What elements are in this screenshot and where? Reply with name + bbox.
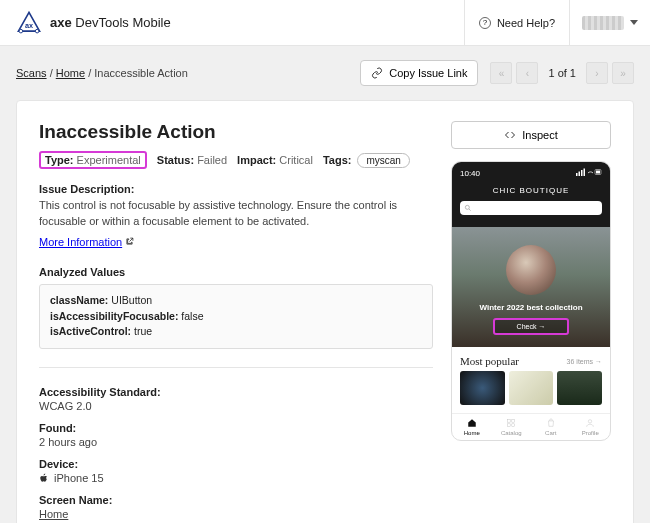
svg-rect-5: [579, 172, 581, 177]
screen-name-link[interactable]: Home: [39, 508, 68, 520]
pager-last-button[interactable]: »: [612, 62, 634, 84]
preview-search: [460, 201, 602, 215]
preview-tab-home: Home: [452, 418, 492, 436]
screen-name: Screen Name: Home: [39, 494, 433, 520]
svg-rect-9: [596, 171, 600, 174]
preview-time: 10:40: [460, 169, 480, 178]
svg-point-10: [465, 205, 469, 209]
issue-side: Inspect 10:40 CHIC BOUTIQUE Winter 2022 …: [451, 121, 611, 523]
home-icon: [467, 418, 477, 428]
issue-status: Status: Failed: [157, 154, 227, 166]
user-icon: [585, 418, 595, 428]
brand-light: DevTools Mobile: [72, 15, 171, 30]
copy-issue-link-button[interactable]: Copy Issue Link: [360, 60, 478, 86]
issue-impact: Impact: Critical: [237, 154, 313, 166]
svg-point-1: [19, 29, 23, 33]
preview-popular-count: 36 items →: [567, 358, 602, 365]
svg-rect-14: [508, 424, 511, 427]
axe-logo-icon: ax: [16, 10, 42, 36]
preview-thumb: [460, 371, 505, 405]
svg-rect-13: [512, 419, 515, 422]
brand-strong: axe: [50, 15, 72, 30]
issue-description-text: This control is not focusable by assisti…: [39, 198, 433, 230]
issue-main: Inaccessible Action Type: Experimental S…: [39, 121, 433, 523]
found-time: Found: 2 hours ago: [39, 422, 433, 448]
grid-icon: [506, 418, 516, 428]
link-icon: [371, 67, 383, 79]
chevron-down-icon: [630, 20, 638, 25]
svg-rect-15: [512, 424, 515, 427]
preview-thumbnails: [452, 371, 610, 413]
svg-line-11: [469, 209, 471, 211]
search-icon: [464, 204, 472, 212]
issue-meta-row: Type: Experimental Status: Failed Impact…: [39, 151, 433, 169]
brand-block: ax axe DevTools Mobile: [0, 10, 187, 36]
preview-tab-catalog: Catalog: [492, 418, 532, 436]
preview-popular-title: Most popular: [460, 355, 519, 367]
user-menu[interactable]: [569, 0, 650, 45]
code-icon: [504, 129, 516, 141]
pager-prev-button[interactable]: ‹: [516, 62, 538, 84]
svg-rect-6: [581, 170, 583, 176]
svg-point-2: [35, 29, 39, 33]
top-bar: ax axe DevTools Mobile ? Need Help?: [0, 0, 650, 46]
user-name-obscured: [582, 16, 624, 30]
preview-hero-button-highlighted: Check →: [493, 318, 570, 335]
preview-tab-profile: Profile: [571, 418, 611, 436]
issue-tags: Tags: myscan: [323, 153, 410, 168]
pager-next-button[interactable]: ›: [586, 62, 608, 84]
preview-header: 10:40 CHIC BOUTIQUE: [452, 162, 610, 227]
need-help-link[interactable]: ? Need Help?: [464, 0, 569, 45]
breadcrumb-scans[interactable]: Scans: [16, 67, 47, 79]
help-label: Need Help?: [497, 17, 555, 29]
preview-tab-cart: Cart: [531, 418, 571, 436]
pager: « ‹ 1 of 1 › »: [490, 62, 634, 84]
breadcrumb-current: Inaccessible Action: [94, 67, 188, 79]
issue-title: Inaccessible Action: [39, 121, 433, 143]
preview-thumb: [557, 371, 602, 405]
preview-hero-text: Winter 2022 best collection: [479, 303, 582, 312]
external-link-icon: [125, 237, 134, 246]
preview-popular-row: Most popular 36 items →: [452, 347, 610, 371]
preview-app-title: CHIC BOUTIQUE: [460, 186, 602, 195]
svg-point-16: [589, 420, 592, 423]
apple-icon: [39, 472, 49, 484]
issue-card: Inaccessible Action Type: Experimental S…: [16, 100, 634, 523]
svg-rect-7: [584, 169, 586, 177]
brand-text: axe DevTools Mobile: [50, 15, 171, 30]
breadcrumb-home[interactable]: Home: [56, 67, 85, 79]
divider: [39, 367, 433, 368]
preview-status-icons: [576, 168, 602, 178]
tag-chip[interactable]: myscan: [357, 153, 409, 168]
preview-tabbar: Home Catalog Cart Profile: [452, 413, 610, 440]
bag-icon: [546, 418, 556, 428]
issue-type: Type: Experimental: [39, 151, 147, 169]
help-icon: ?: [479, 17, 491, 29]
accessibility-standard: Accessibility Standard: WCAG 2.0: [39, 386, 433, 412]
sub-header: Scans / Home / Inaccessible Action Copy …: [0, 46, 650, 100]
analyzed-values-box: className: UIButton isAccessibilityFocus…: [39, 284, 433, 349]
pager-label: 1 of 1: [542, 67, 582, 79]
svg-rect-12: [508, 419, 511, 422]
inspect-button[interactable]: Inspect: [451, 121, 611, 149]
preview-thumb: [509, 371, 554, 405]
pager-first-button[interactable]: «: [490, 62, 512, 84]
device-preview: 10:40 CHIC BOUTIQUE Winter 2022 best col…: [451, 161, 611, 441]
svg-text:ax: ax: [25, 20, 33, 29]
breadcrumb: Scans / Home / Inaccessible Action: [16, 67, 188, 79]
preview-hero: Winter 2022 best collection Check →: [452, 227, 610, 347]
more-information-link[interactable]: More Information: [39, 236, 134, 248]
issue-description-heading: Issue Description:: [39, 183, 433, 195]
device: Device: iPhone 15: [39, 458, 433, 484]
svg-rect-4: [576, 173, 578, 176]
analyzed-values-heading: Analyzed Values: [39, 266, 433, 278]
